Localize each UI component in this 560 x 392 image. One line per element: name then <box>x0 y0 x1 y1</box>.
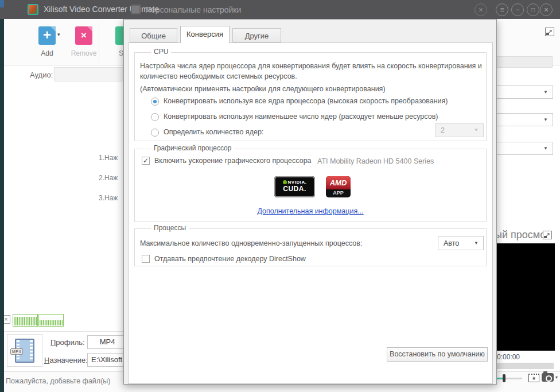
window-menu-button[interactable]: ≡ <box>496 3 508 16</box>
app-title: Xilisoft Video Converter Ultimate <box>44 5 159 14</box>
output-format-thumbnail: MP4 <box>7 334 42 367</box>
conversion-tab-panel: CPU Настройка числа ядер процессора для … <box>128 42 493 384</box>
checkbox-checked-icon[interactable]: ✓ <box>142 157 150 165</box>
volume-slider-track[interactable] <box>505 378 522 379</box>
settings-dialog: Общие Конверсия Другие CPU Настройка чис… <box>123 19 497 385</box>
right-panel-dropdown[interactable]: ▼ <box>492 86 553 99</box>
destination-value-field[interactable]: E:\Xilisoft <box>87 353 127 367</box>
tab-conversion[interactable]: Конверсия <box>180 26 230 43</box>
radio-icon[interactable] <box>151 113 159 121</box>
cpu-auto-note: (Автоматически применять настройки для с… <box>140 84 482 95</box>
snapshot-camera-icon[interactable] <box>542 373 554 382</box>
add-dropdown-caret-icon[interactable]: ▾ <box>57 32 60 37</box>
panel-separator <box>4 331 124 332</box>
remove-button-label: Remove <box>71 49 97 57</box>
dialog-title: Персональные настройки <box>145 5 241 14</box>
film-strip-icon: MP4 <box>15 339 34 363</box>
nvidia-eye-icon <box>283 180 287 184</box>
plus-icon: + <box>38 26 56 44</box>
mp4-badge: MP4 <box>10 348 23 355</box>
max-processes-dropdown[interactable]: Авто ▼ <box>438 236 484 250</box>
toolbar-separator <box>99 22 99 63</box>
max-processes-label: Максимальное количество одновременно-зап… <box>140 239 362 249</box>
list-item: 3.Наж <box>99 194 124 202</box>
remove-file-icon[interactable]: × <box>75 26 92 45</box>
settings-dialog-icon <box>131 5 141 14</box>
tab-other[interactable]: Другие <box>232 28 281 42</box>
gpu-group-title: Графический процессор <box>151 144 234 152</box>
tab-general[interactable]: Общие <box>130 28 177 42</box>
corner-accent <box>0 0 4 7</box>
right-panel-field[interactable] <box>495 56 553 68</box>
destination-label: Назначение: <box>44 356 88 364</box>
waveform-graphic <box>40 320 63 325</box>
expand-preview-icon[interactable]: ↗ <box>543 231 552 239</box>
cpu-description: Настройка числа ядер процессора для конв… <box>140 61 482 82</box>
left-edge-strip <box>0 7 4 392</box>
chevron-down-icon: ▼ <box>543 90 548 95</box>
checkbox-unchecked-icon[interactable] <box>142 255 150 263</box>
window-maximize-button[interactable]: □ <box>527 3 539 16</box>
app-icon <box>28 4 38 15</box>
processes-group: Процессы Максимальное количество одновре… <box>134 228 487 266</box>
cpu-group-title: CPU <box>151 48 171 56</box>
chevron-down-icon: ▼ <box>543 117 548 122</box>
chevron-down-icon: ▼ <box>474 127 479 133</box>
restore-defaults-button[interactable]: Восстановить по умолчанию <box>387 347 488 362</box>
list-item: 2.Наж <box>99 174 124 182</box>
audio-input[interactable] <box>54 67 129 81</box>
video-preview-area <box>492 243 555 351</box>
chevron-down-icon: ▼ <box>474 240 479 246</box>
gpu-group: Графический процессор ✓ Включить ускорен… <box>134 149 487 222</box>
dialog-close-button[interactable]: × <box>475 3 487 16</box>
preview-title-clipped: ый просмо <box>495 229 544 241</box>
radio-icon[interactable] <box>151 98 159 106</box>
cross-icon: × <box>75 26 92 44</box>
seek-bar[interactable] <box>492 363 554 369</box>
gpu-device-name: ATI Mobility Radeon HD 5400 Series <box>317 157 434 165</box>
processes-group-title: Процессы <box>151 224 189 232</box>
radio-icon[interactable] <box>151 129 159 137</box>
cores-count-dropdown: 2 ▼ <box>435 123 484 137</box>
amd-app-logo: AMD APP <box>326 176 351 197</box>
playback-time: 0:00:00 <box>497 353 520 361</box>
profile-label: Профиль: <box>50 338 85 347</box>
profile-value-field[interactable]: MP4 <box>87 335 127 349</box>
waveform-thumbnail[interactable] <box>13 314 38 327</box>
add-button-label[interactable]: Add <box>36 49 58 57</box>
waveform-graphic <box>14 317 37 325</box>
list-item: 1.Наж <box>99 154 124 162</box>
waveform-thumbnail[interactable] <box>38 314 64 327</box>
right-panel-dropdown[interactable]: ▼ <box>492 142 553 155</box>
chevron-down-icon: ▼ <box>543 146 548 151</box>
window-close-button[interactable]: × <box>540 3 553 16</box>
titlebar: Xilisoft Video Converter Ultimate Персон… <box>0 0 560 19</box>
add-file-icon[interactable]: + <box>38 26 56 45</box>
bookmark-frame-icon[interactable]: ★ <box>528 374 539 382</box>
expand-panel-icon[interactable]: ↗ <box>545 28 554 36</box>
audio-label: Аудио: <box>30 71 53 79</box>
window-minimize-button[interactable]: − <box>511 3 524 16</box>
nvidia-cuda-logo: NVIDIA. CUDA. <box>274 176 315 197</box>
status-text: Пожалуйста, добавьте файл(ы) <box>6 377 110 385</box>
more-info-link[interactable]: Дополнительная информация... <box>135 207 486 215</box>
snapshot-caret-icon[interactable]: ▾ <box>555 375 558 380</box>
cpu-group: CPU Настройка числа ядер процессора для … <box>134 52 487 141</box>
right-panel-dropdown[interactable]: ▼ <box>492 113 553 126</box>
